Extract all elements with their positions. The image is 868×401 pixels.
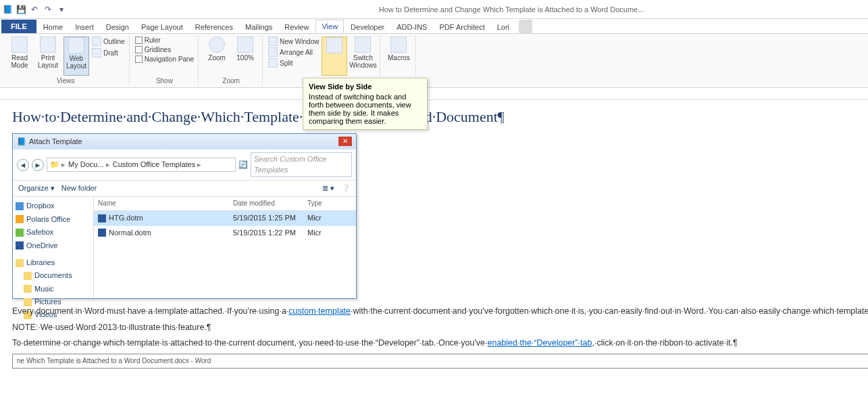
forward-button[interactable]: ► [32,159,44,171]
tab-pdf-architect[interactable]: PDF Architect [434,21,490,33]
print-layout-button[interactable]: Print Layout [35,37,61,76]
nav-pane-checkbox[interactable]: Navigation Pane [135,55,194,63]
view-side-by-side-button[interactable] [322,37,347,76]
save-icon[interactable]: 💾 [16,5,26,14]
body-paragraph: NOTE:·We·used·Word·2013·to·illustrate·th… [12,322,868,334]
dialog-titlebar[interactable]: 📘 Attach Template ✕ [13,134,356,149]
new-folder-button[interactable]: New folder [61,183,97,193]
ruler[interactable] [0,88,868,100]
organize-menu[interactable]: Organize ▾ [18,183,55,193]
view-side-by-side-tooltip: View Side by Side Instead of switching b… [303,78,428,130]
col-type[interactable]: Type [303,197,356,210]
tab-addins[interactable]: ADD-INS [391,21,432,33]
nav-tree: Dropbox Polaris Office Safebox OneDrive … [13,197,94,298]
switch-windows-button[interactable]: Switch Windows [350,37,376,76]
gridlines-checkbox[interactable]: Gridlines [135,46,194,53]
col-name[interactable]: Name [94,197,229,210]
word-icon: 📘 [3,5,12,14]
macros-button[interactable]: Macros [386,37,411,76]
document-area: How·to·Determine·and·Change·Which·Templa… [0,100,868,401]
file-list: Name Date modified Type HTG.dotm 5/19/20… [94,197,356,298]
tab-file[interactable]: FILE [1,20,36,33]
attach-template-dialog: 📘 Attach Template ✕ ◄ ► 📁 My Docu... Cus… [12,133,357,300]
web-layout-button[interactable]: Web Layout [63,37,89,76]
tree-dropbox[interactable]: Dropbox [16,199,91,212]
tab-insert[interactable]: Insert [70,21,99,33]
tab-page-layout[interactable]: Page Layout [136,21,188,33]
split-button[interactable]: Split [268,58,319,68]
refresh-icon[interactable]: 🔄 [238,160,248,170]
doc-heading: How·to·Determine·and·Change·Which·Templa… [12,107,868,128]
search-input[interactable]: Search Custom Office Templates [251,152,352,177]
body-paragraph: Every·document·in·Word·must·have·a·templ… [12,306,868,318]
tab-review[interactable]: Review [279,21,314,33]
draft-button[interactable]: Draft [92,48,125,57]
zoom-button[interactable]: Zoom [204,37,230,76]
titlebar: 📘 💾 ↶ ↷ ▾ How to Determine and Change Wh… [0,0,868,19]
tab-design[interactable]: Design [101,21,134,33]
qat-icon[interactable]: ▾ [57,5,66,14]
ruler-checkbox[interactable]: Ruler [135,37,194,44]
breadcrumb[interactable]: 📁 My Docu... Custom Office Templates [47,158,236,172]
body-paragraph: To·determine·or·change·which·template·is… [12,337,868,350]
outline-button[interactable]: Outline [92,37,125,46]
tab-developer[interactable]: Developer [345,21,390,33]
ribbon-view: Read Mode Print Layout Web Layout Outlin… [0,34,868,88]
embedded-window-titlebar: ne Which Template is Attached to a Word … [12,354,868,369]
read-mode-button[interactable]: Read Mode [7,37,32,76]
window-title: How to Determine and Change Which Templa… [70,5,868,14]
custom-template-link[interactable]: custom·template [288,306,351,316]
user-avatar[interactable] [519,20,532,33]
new-window-button[interactable]: New Window [268,37,319,46]
file-row[interactable]: HTG.dotm 5/19/2015 1:25 PM Micr [94,211,356,225]
ribbon-tabs: FILE Home Insert Design Page Layout Refe… [0,19,868,34]
tab-home[interactable]: Home [38,21,68,33]
tree-music[interactable]: Music [16,283,91,296]
tree-libraries[interactable]: Libraries [16,256,91,269]
view-options-icon[interactable]: ≣ ▾ [322,183,334,193]
back-button[interactable]: ◄ [17,159,29,171]
tab-user[interactable]: Lori [492,21,515,33]
col-date[interactable]: Date modified [229,197,303,210]
group-views: Read Mode Print Layout Web Layout Outlin… [3,35,130,86]
help-icon[interactable]: ❔ [341,183,351,193]
tree-documents[interactable]: Documents [16,269,91,282]
tree-onedrive[interactable]: OneDrive [16,239,91,252]
word-icon: 📘 [17,137,26,147]
tab-references[interactable]: References [190,21,238,33]
tree-safebox[interactable]: Safebox [16,226,91,239]
redo-icon[interactable]: ↷ [43,5,53,14]
developer-tab-link[interactable]: enabled·the·“Developer”·tab [488,338,592,348]
group-zoom: Zoom 100% Zoom [200,35,263,86]
word-window-left: 📘 💾 ↶ ↷ ▾ How to Determine and Change Wh… [0,0,868,401]
dialog-close-icon[interactable]: ✕ [338,137,352,146]
undo-icon[interactable]: ↶ [30,5,39,14]
tab-view[interactable]: View [315,20,344,33]
tab-mailings[interactable]: Mailings [240,21,278,33]
group-show: Ruler Gridlines Navigation Pane Show [131,35,199,86]
zoom-100-button[interactable]: 100% [232,37,258,76]
arrange-all-button[interactable]: Arrange All [268,47,319,57]
tree-polaris[interactable]: Polaris Office [16,213,91,226]
file-row[interactable]: Normal.dotm 5/19/2015 1:22 PM Micr [94,226,356,240]
